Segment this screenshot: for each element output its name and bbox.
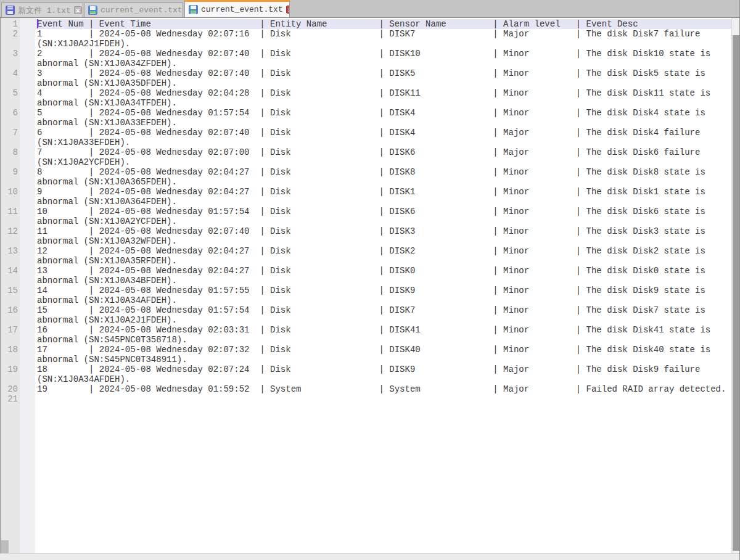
editor-visual-row: 109 | 2024-05-08 Wednesday 02:04:27 | Di… [0, 187, 740, 197]
text-line[interactable]: abnormal (SN:X1J0A34ZFDEH). [35, 59, 731, 68]
line-number: 21 [0, 394, 35, 404]
text-line[interactable]: abnormal (SN:X1J0A34AFDEH). [35, 295, 731, 305]
editor-visual-row: abnormal (SN:X1J0A2YCFDEH). [0, 216, 740, 226]
editor-visual-row: 1615 | 2024-05-08 Wednesday 01:57:54 | D… [0, 305, 740, 315]
line-number [0, 295, 35, 305]
text-line[interactable]: abnormal (SN:X1J0A365FDEH). [35, 177, 731, 187]
text-line[interactable]: 17 | 2024-05-08 Wednesday 02:07:32 | Dis… [35, 345, 731, 355]
editor-visual-row: 98 | 2024-05-08 Wednesday 02:04:27 | Dis… [0, 167, 740, 177]
line-number: 7 [0, 128, 35, 138]
text-line[interactable]: abnormal (SN:X1J0A35RFDEH). [35, 256, 731, 266]
editor-visual-row: abnormal (SN:X1J0A32WFDEH). [0, 236, 740, 246]
text-line[interactable]: (SN:X1J0A2YCFDEH). [35, 157, 731, 167]
close-tab-icon[interactable]: × [74, 6, 82, 14]
text-line[interactable]: abnormal (SN:X1J0A34TFDEH). [35, 98, 731, 108]
line-number [0, 197, 35, 207]
editor-visual-row: 1716 | 2024-05-08 Wednesday 02:03:31 | D… [0, 325, 740, 335]
scrollbar-thumb[interactable] [733, 35, 739, 551]
text-line[interactable]: abnormal (SN:X1J0A2YCFDEH). [35, 216, 731, 226]
editor-visual-row: (SN:X1J0A33EFDEH). [0, 138, 740, 147]
text-line[interactable]: 2 | 2024-05-08 Wednesday 02:07:40 | Disk… [35, 49, 731, 59]
text-line[interactable]: 18 | 2024-05-08 Wednesday 02:07:24 | Dis… [35, 364, 731, 374]
text-line[interactable] [35, 394, 731, 404]
editor-visual-row: 1817 | 2024-05-08 Wednesday 02:07:32 | D… [0, 345, 740, 355]
editor-visual-row: abnormal (SN:S45PNC0T358718). [0, 335, 740, 345]
line-number [0, 216, 35, 226]
line-number: 9 [0, 167, 35, 177]
text-line[interactable]: abnormal (SN:S45PNC0T358718). [35, 335, 731, 345]
line-number: 5 [0, 88, 35, 98]
editor-visual-row: (SN:X1J0A34AFDEH). [0, 374, 740, 384]
text-line[interactable]: 6 | 2024-05-08 Wednesday 02:07:40 | Disk… [35, 128, 731, 138]
editor-visual-row: abnormal (SN:X1J0A365FDEH). [0, 177, 740, 187]
editor-visual-row: abnormal (SN:X1J0A34BFDEH). [0, 276, 740, 286]
editor-visual-row: 65 | 2024-05-08 Wednesday 01:57:54 | Dis… [0, 108, 740, 118]
line-number [0, 276, 35, 286]
text-line[interactable]: abnormal (SN:X1J0A32WFDEH). [35, 236, 731, 246]
text-line[interactable]: abnormal (SN:X1J0A35DFDEH). [35, 78, 731, 88]
line-number: 14 [0, 266, 35, 276]
editor-visual-row: 1413 | 2024-05-08 Wednesday 02:04:27 | D… [0, 266, 740, 276]
tab-current-event-active[interactable]: current_event.txt × [184, 0, 290, 17]
text-line[interactable]: 9 | 2024-05-08 Wednesday 02:04:27 | Disk… [35, 187, 731, 197]
text-line[interactable]: (SN:X1J0A34AFDEH). [35, 374, 731, 384]
text-line[interactable]: abnormal (SN:X1J0A2J1FDEH). [35, 315, 731, 325]
line-number [0, 335, 35, 345]
text-line[interactable]: Event Num | Event Time | Entity Name | S… [35, 19, 731, 29]
bottom-strip [0, 553, 740, 560]
close-tab-icon[interactable]: × [286, 6, 290, 14]
text-line[interactable]: 15 | 2024-05-08 Wednesday 01:57:54 | Dis… [35, 305, 731, 315]
editor-visual-row: 21 [0, 394, 740, 404]
line-number [0, 315, 35, 325]
text-line[interactable]: abnormal (SN:X1J0A33EFDEH). [35, 118, 731, 128]
editor-visual-row: 1514 | 2024-05-08 Wednesday 01:57:55 | D… [0, 286, 740, 295]
text-line[interactable]: 11 | 2024-05-08 Wednesday 02:07:40 | Dis… [35, 226, 731, 236]
text-line[interactable]: 7 | 2024-05-08 Wednesday 02:07:00 | Disk… [35, 147, 731, 157]
tab-bar: 新文件 1.txt × current_event.txt × current_… [0, 0, 740, 18]
line-number [0, 177, 35, 187]
text-line[interactable]: abnormal (SN:X1J0A34BFDEH). [35, 276, 731, 286]
editor-visual-row: 1918 | 2024-05-08 Wednesday 02:07:24 | D… [0, 364, 740, 374]
line-number: 2 [0, 29, 35, 39]
line-number: 16 [0, 305, 35, 315]
text-line[interactable]: (SN:X1J0A2J1FDEH). [35, 39, 731, 49]
line-number [0, 39, 35, 49]
line-number [0, 138, 35, 147]
text-line[interactable]: 4 | 2024-05-08 Wednesday 02:04:28 | Disk… [35, 88, 731, 98]
editor-visual-row: (SN:X1J0A2YCFDEH). [0, 157, 740, 167]
editor-visual-row: abnormal (SN:X1J0A34AFDEH). [0, 295, 740, 305]
text-line[interactable]: 8 | 2024-05-08 Wednesday 02:04:27 | Disk… [35, 167, 731, 177]
text-line[interactable]: 1 | 2024-05-08 Wednesday 02:07:16 | Disk… [35, 29, 731, 39]
line-number: 6 [0, 108, 35, 118]
line-number [0, 118, 35, 128]
text-line[interactable]: 12 | 2024-05-08 Wednesday 02:04:27 | Dis… [35, 246, 731, 256]
text-line[interactable]: 16 | 2024-05-08 Wednesday 02:03:31 | Dis… [35, 325, 731, 335]
editor-visual-row: abnormal (SN:X1J0A34TFDEH). [0, 98, 740, 108]
text-line[interactable]: 10 | 2024-05-08 Wednesday 01:57:54 | Dis… [35, 207, 731, 216]
text-line[interactable]: 13 | 2024-05-08 Wednesday 02:04:27 | Dis… [35, 266, 731, 276]
tab-new-file-1[interactable]: 新文件 1.txt × [1, 2, 83, 17]
editor-visual-row: 1110 | 2024-05-08 Wednesday 01:57:54 | D… [0, 207, 740, 216]
tab-current-event-1[interactable]: current_event.txt × [84, 2, 183, 17]
floppy-disk-icon [189, 5, 198, 14]
line-number: 15 [0, 286, 35, 295]
corner-grip [1, 540, 9, 553]
line-number: 17 [0, 325, 35, 335]
line-number [0, 256, 35, 266]
editor-visual-row: 54 | 2024-05-08 Wednesday 02:04:28 | Dis… [0, 88, 740, 98]
text-line[interactable]: abnormal (SN:S45PNC0T348911). [35, 355, 731, 364]
text-line[interactable]: (SN:X1J0A33EFDEH). [35, 138, 731, 147]
line-number: 1 [0, 19, 35, 29]
line-number: 20 [0, 384, 35, 394]
line-number: 18 [0, 345, 35, 355]
text-caret [37, 19, 38, 28]
editor-content: 1Event Num | Event Time | Entity Name | … [0, 18, 740, 553]
vertical-scrollbar[interactable] [731, 18, 739, 553]
editor-visual-row: 1312 | 2024-05-08 Wednesday 02:04:27 | D… [0, 246, 740, 256]
text-line[interactable]: 3 | 2024-05-08 Wednesday 02:07:40 | Disk… [35, 68, 731, 78]
text-line[interactable]: 19 | 2024-05-08 Wednesday 01:59:52 | Sys… [35, 384, 731, 394]
text-line[interactable]: 14 | 2024-05-08 Wednesday 01:57:55 | Dis… [35, 286, 731, 295]
text-line[interactable]: 5 | 2024-05-08 Wednesday 01:57:54 | Disk… [35, 108, 731, 118]
text-line[interactable]: abnormal (SN:X1J0A364FDEH). [35, 197, 731, 207]
editor-visual-row: 43 | 2024-05-08 Wednesday 02:07:40 | Dis… [0, 68, 740, 78]
